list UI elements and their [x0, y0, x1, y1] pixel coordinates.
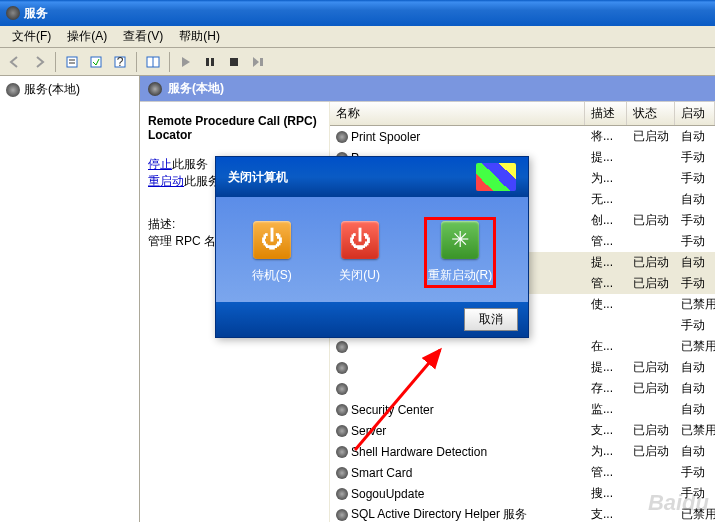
separator — [55, 52, 56, 72]
shutdown-dialog: 关闭计算机 ⏻ 待机(S) ⏻ 关闭(U) ✳ 重新启动(R) 取消 — [215, 156, 529, 338]
main-header-title: 服务(本地) — [168, 80, 224, 97]
main-header: 服务(本地) — [140, 76, 715, 101]
service-icon — [336, 131, 348, 143]
menubar: 文件(F) 操作(A) 查看(V) 帮助(H) — [0, 26, 715, 48]
window-title: 服务 — [24, 5, 48, 22]
service-icon — [336, 362, 348, 374]
toolbar: ? — [0, 48, 715, 76]
nav-back-button[interactable] — [4, 51, 26, 73]
service-row[interactable]: Shell Hardware Detection为...已启动自动 — [330, 441, 715, 462]
restart-link[interactable]: 重启动 — [148, 174, 184, 188]
shutdown-icon: ⏻ — [341, 221, 379, 259]
service-icon — [336, 467, 348, 479]
properties-button[interactable] — [61, 51, 83, 73]
svg-rect-11 — [260, 58, 263, 66]
standby-icon: ⏻ — [253, 221, 291, 259]
service-row[interactable]: Security Center监...自动 — [330, 399, 715, 420]
app-icon — [6, 6, 20, 20]
dialog-body: ⏻ 待机(S) ⏻ 关闭(U) ✳ 重新启动(R) — [216, 197, 528, 302]
col-name[interactable]: 名称 — [330, 102, 585, 125]
svg-rect-8 — [206, 58, 209, 66]
service-icon — [336, 446, 348, 458]
service-icon — [336, 383, 348, 395]
svg-text:?: ? — [117, 55, 124, 69]
tree-root-item[interactable]: 服务(本地) — [4, 80, 135, 99]
service-icon — [336, 341, 348, 353]
service-icon — [336, 425, 348, 437]
refresh-button[interactable]: ? — [109, 51, 131, 73]
pause-button[interactable] — [199, 51, 221, 73]
service-row[interactable]: SQL Active Directory Helper 服务支...已禁用 — [330, 504, 715, 522]
menu-help[interactable]: 帮助(H) — [171, 26, 228, 47]
col-desc[interactable]: 描述 — [585, 102, 627, 125]
service-row[interactable]: 提...已启动自动 — [330, 357, 715, 378]
services-icon — [6, 83, 20, 97]
service-row[interactable]: Server支...已启动已禁用 — [330, 420, 715, 441]
restart-button-toolbar[interactable] — [247, 51, 269, 73]
stop-link[interactable]: 停止 — [148, 157, 172, 171]
restart-option[interactable]: ✳ 重新启动(R) — [424, 217, 497, 288]
tree-root-label: 服务(本地) — [24, 81, 80, 98]
service-icon — [336, 404, 348, 416]
separator — [136, 52, 137, 72]
cancel-button[interactable]: 取消 — [464, 308, 518, 331]
svg-rect-10 — [230, 58, 238, 66]
col-startup[interactable]: 启动 — [675, 102, 715, 125]
dialog-titlebar: 关闭计算机 — [216, 157, 528, 197]
nav-forward-button[interactable] — [28, 51, 50, 73]
play-button[interactable] — [175, 51, 197, 73]
tree-pane: 服务(本地) — [0, 76, 140, 522]
dialog-footer: 取消 — [216, 302, 528, 337]
standby-option[interactable]: ⏻ 待机(S) — [248, 217, 296, 288]
restart-icon: ✳ — [441, 221, 479, 259]
list-header: 名称 描述 状态 启动 — [330, 102, 715, 126]
service-row[interactable]: SogouUpdate搜...手动 — [330, 483, 715, 504]
service-icon — [336, 509, 348, 521]
windows-logo-icon — [476, 163, 516, 191]
menu-action[interactable]: 操作(A) — [59, 26, 115, 47]
dialog-title-text: 关闭计算机 — [228, 169, 288, 186]
service-row[interactable]: Print Spooler将...已启动自动 — [330, 126, 715, 147]
service-row[interactable]: Smart Card管...手动 — [330, 462, 715, 483]
separator — [169, 52, 170, 72]
services-icon — [148, 82, 162, 96]
col-status[interactable]: 状态 — [627, 102, 675, 125]
help-button[interactable] — [142, 51, 164, 73]
svg-rect-0 — [67, 57, 77, 67]
service-icon — [336, 488, 348, 500]
window-titlebar: 服务 — [0, 0, 715, 26]
stop-button-toolbar[interactable] — [223, 51, 245, 73]
export-button[interactable] — [85, 51, 107, 73]
selected-service-title: Remote Procedure Call (RPC) Locator — [148, 114, 321, 142]
svg-rect-9 — [211, 58, 214, 66]
service-row[interactable]: 存...已启动自动 — [330, 378, 715, 399]
shutdown-option[interactable]: ⏻ 关闭(U) — [335, 217, 384, 288]
menu-file[interactable]: 文件(F) — [4, 26, 59, 47]
service-row[interactable]: 在...已禁用 — [330, 336, 715, 357]
menu-view[interactable]: 查看(V) — [115, 26, 171, 47]
